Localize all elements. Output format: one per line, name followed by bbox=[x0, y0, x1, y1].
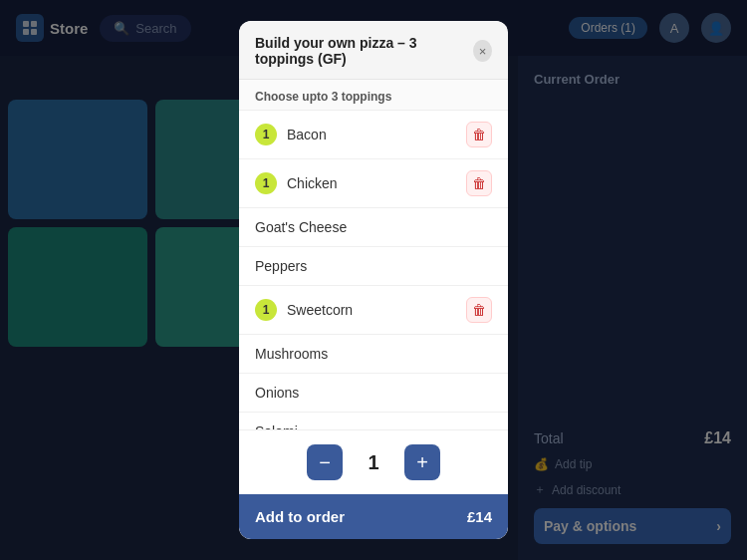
topping-item-peppers[interactable]: Peppers bbox=[239, 247, 508, 286]
topping-name-sweetcorn: Sweetcorn bbox=[287, 302, 456, 318]
quantity-value: 1 bbox=[359, 451, 388, 474]
topping-item-sweetcorn[interactable]: 1 Sweetcorn 🗑 bbox=[239, 286, 508, 335]
topping-item-salami[interactable]: Salami bbox=[239, 413, 508, 429]
add-to-order-button[interactable]: Add to order £14 bbox=[239, 494, 508, 539]
add-to-order-label: Add to order bbox=[255, 508, 345, 525]
quantity-row: − 1 + bbox=[239, 429, 508, 494]
toppings-section-label: Choose upto 3 toppings bbox=[239, 80, 508, 111]
quantity-increase-button[interactable]: + bbox=[404, 444, 440, 480]
topping-delete-sweetcorn[interactable]: 🗑 bbox=[466, 297, 492, 323]
topping-name-peppers: Peppers bbox=[255, 258, 492, 274]
topping-item-chicken[interactable]: 1 Chicken 🗑 bbox=[239, 159, 508, 208]
topping-name-chicken: Chicken bbox=[287, 175, 456, 191]
add-to-order-price: £14 bbox=[467, 508, 492, 525]
modal-overlay: Build your own pizza – 3 toppings (GF) ×… bbox=[0, 0, 747, 560]
modal-title: Build your own pizza – 3 toppings (GF) bbox=[255, 35, 473, 67]
topping-item-goats-cheese[interactable]: Goat's Cheese bbox=[239, 208, 508, 247]
pizza-modal: Build your own pizza – 3 toppings (GF) ×… bbox=[239, 21, 508, 539]
topping-delete-bacon[interactable]: 🗑 bbox=[466, 122, 492, 147]
topping-name-bacon: Bacon bbox=[287, 127, 456, 142]
modal-body: Choose upto 3 toppings 1 Bacon 🗑 1 Chick… bbox=[239, 80, 508, 429]
modal-close-button[interactable]: × bbox=[473, 40, 492, 62]
topping-counter-sweetcorn: 1 bbox=[255, 299, 277, 321]
topping-item-bacon[interactable]: 1 Bacon 🗑 bbox=[239, 111, 508, 159]
topping-item-mushrooms[interactable]: Mushrooms bbox=[239, 335, 508, 374]
topping-delete-chicken[interactable]: 🗑 bbox=[466, 170, 492, 196]
topping-counter-chicken: 1 bbox=[255, 172, 277, 194]
modal-header: Build your own pizza – 3 toppings (GF) × bbox=[239, 21, 508, 80]
topping-name-onions: Onions bbox=[255, 385, 492, 401]
topping-counter-bacon: 1 bbox=[255, 124, 277, 145]
quantity-decrease-button[interactable]: − bbox=[307, 444, 343, 480]
topping-name-mushrooms: Mushrooms bbox=[255, 346, 492, 362]
topping-name-goats-cheese: Goat's Cheese bbox=[255, 219, 492, 235]
topping-item-onions[interactable]: Onions bbox=[239, 374, 508, 413]
